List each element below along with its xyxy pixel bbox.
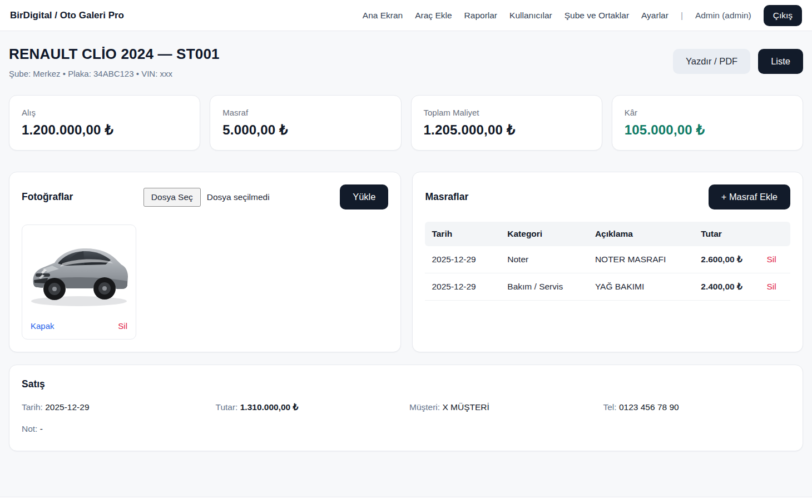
delete-photo-link[interactable]: Sil xyxy=(118,321,127,331)
stat-value: 1.200.000,00 ₺ xyxy=(22,122,187,138)
nav-item-arac-ekle[interactable]: Araç Ekle xyxy=(415,11,452,21)
expense-row: 2025-12-29 Bakım / Servis YAĞ BAKIMI 2.4… xyxy=(425,273,790,301)
photos-panel: Fotoğraflar Dosya Seç Dosya seçilmedi Yü… xyxy=(9,172,401,352)
page-header: RENAULT CLİO 2024 — ST001 Şube: Merkez •… xyxy=(9,46,803,78)
sale-fields: Tarih: 2025-12-29 Tutar: 1.310.000,00 ₺ … xyxy=(22,402,790,412)
main-nav: Ana Ekran Araç Ekle Raporlar Kullanıcıla… xyxy=(363,5,802,26)
app-brand: BirDigital / Oto Galeri Pro xyxy=(10,10,124,21)
nav-item-kullanicilar[interactable]: Kullanıcılar xyxy=(509,11,552,21)
expense-description: NOTER MASRAFI xyxy=(590,246,695,273)
expense-date: 2025-12-29 xyxy=(425,246,502,273)
sale-note: Not: - xyxy=(22,424,790,434)
car-photo xyxy=(22,225,136,314)
col-header-description: Açıklama xyxy=(590,222,695,246)
photo-actions: Kapak Sil xyxy=(22,314,136,339)
sale-field-customer: Müşteri: X MÜŞTERİ xyxy=(409,402,597,412)
photos-panel-head: Fotoğraflar Dosya Seç Dosya seçilmedi Yü… xyxy=(22,184,388,209)
sale-panel: Satış Tarih: 2025-12-29 Tutar: 1.310.000… xyxy=(9,365,803,451)
file-status-text: Dosya seçilmedi xyxy=(207,192,270,202)
sale-field-date: Tarih: 2025-12-29 xyxy=(22,402,209,412)
nav-item-ayarlar[interactable]: Ayarlar xyxy=(641,11,669,21)
expenses-table-header: Tarih Kategori Açıklama Tutar xyxy=(425,222,790,246)
sale-title: Satış xyxy=(22,378,790,390)
field-value: 2025-12-29 xyxy=(45,402,89,412)
expense-row: 2025-12-29 Noter NOTER MASRAFI 2.600,00 … xyxy=(425,246,790,273)
nav-item-ana-ekran[interactable]: Ana Ekran xyxy=(363,11,403,21)
print-pdf-button[interactable]: Yazdır / PDF xyxy=(673,49,750,74)
photos-title: Fotoğraflar xyxy=(22,191,73,203)
back-to-list-button[interactable]: Liste xyxy=(758,49,803,74)
field-value: X MÜŞTERİ xyxy=(442,402,489,412)
page-header-text: RENAULT CLİO 2024 — ST001 Şube: Merkez •… xyxy=(9,46,220,78)
field-label: Tutar: xyxy=(216,402,238,412)
field-label: Tarih: xyxy=(22,402,43,412)
stat-cards: Alış 1.200.000,00 ₺ Masraf 5.000,00 ₺ To… xyxy=(9,95,803,151)
car-illustration-svg xyxy=(26,230,132,312)
sale-field-phone: Tel: 0123 456 78 90 xyxy=(603,402,791,412)
expenses-table: Tarih Kategori Açıklama Tutar 2025-12-29… xyxy=(425,222,790,301)
stat-label: Kâr xyxy=(625,108,790,117)
nav-separator: | xyxy=(681,11,683,21)
field-value: 0123 456 78 90 xyxy=(619,402,679,412)
top-bar: BirDigital / Oto Galeri Pro Ana Ekran Ar… xyxy=(0,0,812,31)
expense-amount: 2.600,00 ₺ xyxy=(695,246,761,273)
stat-label: Alış xyxy=(22,108,187,117)
col-header-date: Tarih xyxy=(425,222,502,246)
add-expense-button[interactable]: + Masraf Ekle xyxy=(709,184,790,209)
sale-field-amount: Tutar: 1.310.000,00 ₺ xyxy=(216,402,403,412)
page-title: RENAULT CLİO 2024 — ST001 xyxy=(9,46,220,63)
choose-file-button[interactable]: Dosya Seç xyxy=(143,188,201,207)
photo-thumbnail-card: Kapak Sil xyxy=(22,224,136,340)
stat-card-purchase: Alış 1.200.000,00 ₺ xyxy=(9,95,200,151)
page-footer: BirDigital / Oto Galeri Pro • Bulut Taba… xyxy=(0,497,812,504)
expenses-title: Masraflar xyxy=(425,191,468,203)
expense-category: Bakım / Servis xyxy=(502,273,590,301)
upload-button[interactable]: Yükle xyxy=(340,184,388,209)
stat-value: 1.205.000,00 ₺ xyxy=(424,122,590,138)
nav-item-sube-ortaklar[interactable]: Şube ve Ortaklar xyxy=(565,11,629,21)
stat-card-total-cost: Toplam Maliyet 1.205.000,00 ₺ xyxy=(411,95,602,151)
field-label: Müşteri: xyxy=(409,402,440,412)
vehicle-meta: Şube: Merkez • Plaka: 34ABC123 • VIN: xx… xyxy=(9,69,220,78)
delete-expense-link[interactable]: Sil xyxy=(766,282,776,291)
col-header-amount: Tutar xyxy=(695,222,761,246)
expense-category: Noter xyxy=(502,246,590,273)
col-header-action xyxy=(761,222,790,246)
logout-button[interactable]: Çıkış xyxy=(764,5,802,26)
expense-amount: 2.400,00 ₺ xyxy=(695,273,761,301)
field-value: 1.310.000,00 ₺ xyxy=(240,402,299,412)
expenses-panel-head: Masraflar + Masraf Ekle xyxy=(425,184,790,209)
col-header-category: Kategori xyxy=(502,222,590,246)
main-content: RENAULT CLİO 2024 — ST001 Şube: Merkez •… xyxy=(0,31,812,451)
stat-label: Masraf xyxy=(222,108,388,117)
current-user-label: Admin (admin) xyxy=(695,11,751,21)
stat-card-profit: Kâr 105.000,00 ₺ xyxy=(612,95,803,151)
stat-value-profit: 105.000,00 ₺ xyxy=(625,122,790,138)
photo-file-input[interactable]: Dosya Seç Dosya seçilmedi xyxy=(143,188,270,207)
note-label: Not: xyxy=(22,424,37,433)
expenses-panel: Masraflar + Masraf Ekle Tarih Kategori A… xyxy=(412,172,803,352)
note-value: - xyxy=(40,424,43,433)
field-label: Tel: xyxy=(603,402,617,412)
delete-expense-link[interactable]: Sil xyxy=(766,255,776,264)
page-actions: Yazdır / PDF Liste xyxy=(673,49,803,74)
stat-card-expense: Masraf 5.000,00 ₺ xyxy=(210,95,401,151)
stat-label: Toplam Maliyet xyxy=(424,108,590,117)
set-cover-link[interactable]: Kapak xyxy=(31,321,55,331)
stat-value: 5.000,00 ₺ xyxy=(222,122,388,138)
nav-item-raporlar[interactable]: Raporlar xyxy=(464,11,497,21)
middle-section: Fotoğraflar Dosya Seç Dosya seçilmedi Yü… xyxy=(9,172,803,352)
expense-date: 2025-12-29 xyxy=(425,273,502,301)
expense-description: YAĞ BAKIMI xyxy=(590,273,695,301)
